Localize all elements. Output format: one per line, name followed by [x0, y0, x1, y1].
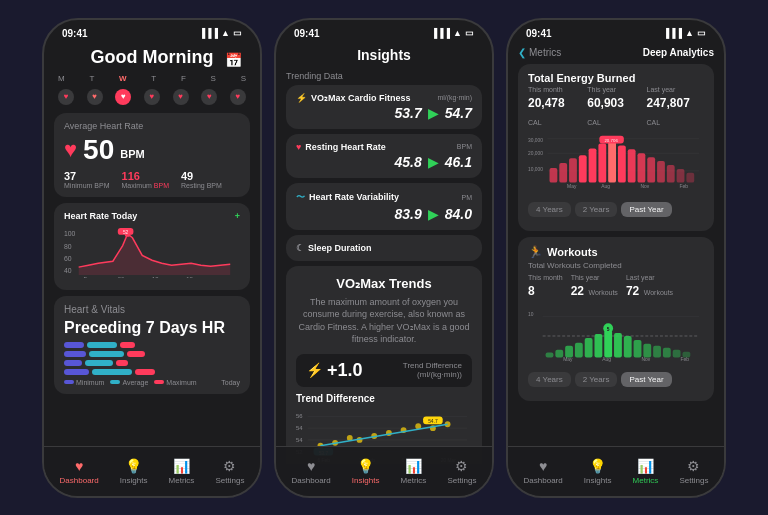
svg-text:5: 5 — [607, 327, 610, 332]
vo2max-name: ⚡ VO₂Max Cardio Fitness — [296, 93, 411, 103]
nav-metrics-3[interactable]: 📊 Metrics — [633, 458, 659, 485]
workout-year-unit: Workouts — [588, 289, 617, 296]
heart-dots-row: ♥ ♥ ♥ ♥ ♥ ♥ ♥ — [54, 87, 250, 107]
hrv-card[interactable]: 〜 Heart Rate Variability PM 83.9 ▶ 84.0 — [286, 183, 482, 230]
energy-btn-4y[interactable]: 4 Years — [528, 202, 571, 217]
nav-dashboard-2[interactable]: ♥ Dashboard — [292, 458, 331, 485]
svg-rect-58 — [657, 161, 665, 183]
workout-month-val: 8 — [528, 284, 535, 298]
vitals-bars — [64, 342, 240, 375]
vbar-avg-1 — [87, 342, 117, 348]
vbar-max-2 — [127, 351, 145, 357]
vo2max-card[interactable]: ⚡ VO₂Max Cardio Fitness ml/(kg·min) 53.7… — [286, 85, 482, 129]
greeting: Good Morning — [54, 47, 250, 68]
vbar-max-4 — [135, 369, 155, 375]
today-label: Today — [221, 379, 240, 386]
nav-settings-2[interactable]: ⚙ Settings — [447, 458, 476, 485]
svg-text:54: 54 — [296, 437, 303, 443]
energy-last-label: Last year — [647, 86, 705, 93]
energy-stat-last: Last year 247,807 CAL — [647, 86, 705, 129]
metrics-icon-3: 📊 — [637, 458, 654, 474]
svg-rect-60 — [677, 168, 685, 182]
settings-icon-3: ⚙ — [687, 458, 700, 474]
energy-card: Total Energy Burned This month 20,478 CA… — [518, 64, 714, 231]
energy-chart-svg: 30,000 20,000 10,000 20,706 — [528, 133, 704, 198]
workout-month-label: This month — [528, 274, 563, 281]
nav-dashboard-3[interactable]: ♥ Dashboard — [524, 458, 563, 485]
lightning-icon: ⚡ — [306, 362, 323, 378]
workouts-btn-pastyear[interactable]: Past Year — [621, 372, 671, 387]
svg-text:10: 10 — [528, 312, 534, 317]
settings-icon-2: ⚙ — [455, 458, 468, 474]
insights-icon-2: 💡 — [357, 458, 374, 474]
nav-settings-label-2: Settings — [447, 476, 476, 485]
bottom-nav-1: ♥ Dashboard 💡 Insights 📊 Metrics ⚙ Setti… — [44, 446, 260, 496]
nav-dashboard-1[interactable]: ♥ Dashboard — [60, 458, 99, 485]
bottom-nav-3: ♥ Dashboard 💡 Insights 📊 Metrics ⚙ Setti… — [508, 446, 724, 496]
nav-insights-3[interactable]: 💡 Insights — [584, 458, 612, 485]
svg-text:Fr: Fr — [84, 275, 90, 277]
energy-year-val: 60,903 — [587, 96, 624, 110]
nav-insights-label-1: Insights — [120, 476, 148, 485]
nav-settings-3[interactable]: ⚙ Settings — [679, 458, 708, 485]
battery-icon-2: ▭ — [465, 28, 474, 38]
dashboard-icon-2: ♥ — [307, 458, 315, 474]
p3-tabs: ❮ Metrics Deep Analytics — [518, 43, 714, 64]
svg-rect-74 — [594, 334, 602, 357]
nav-metrics-1[interactable]: 📊 Metrics — [169, 458, 195, 485]
time-3: 09:41 — [526, 28, 552, 39]
energy-year-unit: CAL — [587, 119, 601, 126]
energy-btn-pastyear[interactable]: Past Year — [621, 202, 671, 217]
metrics-icon-2: 📊 — [405, 458, 422, 474]
resting-hr-unit: BPM — [457, 143, 472, 150]
phone-2: 09:41 ▐▐▐ ▲ ▭ Insights Trending Data ⚡ V… — [274, 18, 494, 498]
svg-text:18: 18 — [186, 275, 193, 277]
svg-text:Feb: Feb — [681, 357, 690, 362]
insights-icon-3: 💡 — [589, 458, 606, 474]
tab-deep-analytics[interactable]: Deep Analytics — [643, 47, 714, 58]
status-bar-3: 09:41 ▐▐▐ ▲ ▭ — [508, 20, 724, 43]
vo2max-arrow: ▶ — [428, 105, 439, 121]
nav-insights-2[interactable]: 💡 Insights — [352, 458, 380, 485]
workouts-btn-4y[interactable]: 4 Years — [528, 372, 571, 387]
svg-rect-54 — [618, 145, 626, 182]
svg-text:100: 100 — [64, 229, 76, 236]
nav-metrics-2[interactable]: 📊 Metrics — [401, 458, 427, 485]
svg-rect-47 — [569, 158, 577, 182]
sleep-card[interactable]: ☾ Sleep Duration — [286, 235, 482, 261]
vo2max-popup-desc: The maximum amount of oxygen you consume… — [296, 296, 472, 346]
time-2: 09:41 — [294, 28, 320, 39]
tab-metrics[interactable]: Metrics — [529, 47, 561, 58]
time-1: 09:41 — [62, 28, 88, 39]
heart-dot-2: ♥ — [87, 89, 103, 105]
svg-text:Feb: Feb — [680, 184, 689, 189]
week-days: M T W T F S S — [54, 74, 250, 87]
energy-year-label: This year — [587, 86, 638, 93]
hrv-values: 83.9 ▶ 84.0 — [296, 206, 472, 222]
svg-rect-51 — [608, 141, 616, 182]
chart-add-icon[interactable]: + — [235, 211, 240, 221]
phone-3: 09:41 ▐▐▐ ▲ ▭ ❮ Metrics Deep Analytics T… — [506, 18, 726, 498]
day-F: F — [181, 74, 186, 83]
status-bar-2: 09:41 ▐▐▐ ▲ ▭ — [276, 20, 492, 43]
vo2max-values: 53.7 ▶ 54.7 — [296, 105, 472, 121]
day-W[interactable]: W — [119, 74, 127, 83]
svg-rect-46 — [559, 163, 567, 183]
nav-metrics-label-3: Metrics — [633, 476, 659, 485]
day-T1: T — [89, 74, 94, 83]
svg-rect-75 — [604, 330, 612, 357]
back-nav[interactable]: ❮ Metrics — [518, 47, 561, 58]
hrv-unit: PM — [462, 194, 473, 201]
avg-hr-label: Average Heart Rate — [64, 121, 240, 131]
nav-insights-1[interactable]: 💡 Insights — [120, 458, 148, 485]
back-chevron-icon[interactable]: ❮ — [518, 47, 526, 58]
energy-btn-2y[interactable]: 2 Years — [575, 202, 618, 217]
screen-3: ❮ Metrics Deep Analytics Total Energy Bu… — [508, 43, 724, 464]
calendar-icon[interactable]: 📅 — [225, 52, 242, 68]
workout-year-val: 22 — [571, 284, 584, 298]
svg-rect-72 — [575, 342, 583, 357]
workouts-btn-2y[interactable]: 2 Years — [575, 372, 618, 387]
insights-icon-1: 💡 — [125, 458, 142, 474]
nav-settings-1[interactable]: ⚙ Settings — [215, 458, 244, 485]
resting-hr-card[interactable]: ♥ Resting Heart Rate BPM 45.8 ▶ 46.1 — [286, 134, 482, 178]
